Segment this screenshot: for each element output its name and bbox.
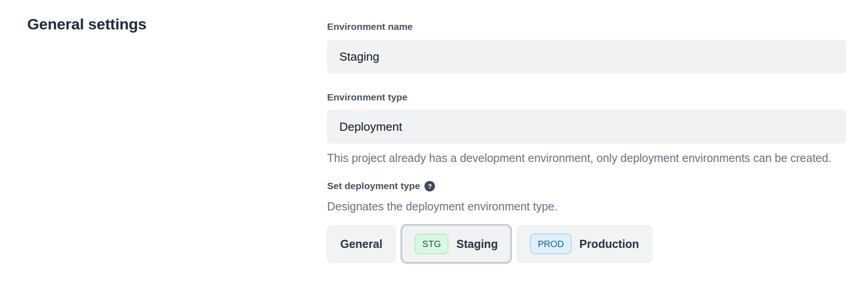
question-mark-circle-icon[interactable]: ? xyxy=(424,181,435,191)
environment-name-label: Environment name xyxy=(327,21,846,33)
option-production-button[interactable]: PROD Production xyxy=(517,225,652,262)
deployment-type-label: Set deployment type xyxy=(327,180,420,192)
environment-type-help-text: This project already has a development e… xyxy=(327,149,846,167)
option-staging-label: Staging xyxy=(456,238,498,251)
option-production-label: Production xyxy=(579,238,639,251)
prod-badge: PROD xyxy=(530,233,572,254)
environment-type-input[interactable] xyxy=(327,110,846,143)
settings-form: Environment name Environment type This p… xyxy=(327,21,846,264)
environment-type-label: Environment type xyxy=(327,91,846,103)
deployment-type-description: Designates the deployment environment ty… xyxy=(327,199,846,214)
option-general-button[interactable]: General xyxy=(327,225,395,262)
page-title: General settings xyxy=(27,15,146,33)
general-settings-page: General settings Environment name Enviro… xyxy=(0,0,868,295)
deployment-type-options: General STG Staging PROD Production xyxy=(327,224,846,264)
deployment-type-label-row: Set deployment type ? xyxy=(327,180,846,192)
option-general-label: General xyxy=(340,238,382,251)
option-staging-button[interactable]: STG Staging xyxy=(400,224,512,264)
environment-name-input[interactable] xyxy=(327,40,846,73)
stg-badge: STG xyxy=(415,233,448,254)
